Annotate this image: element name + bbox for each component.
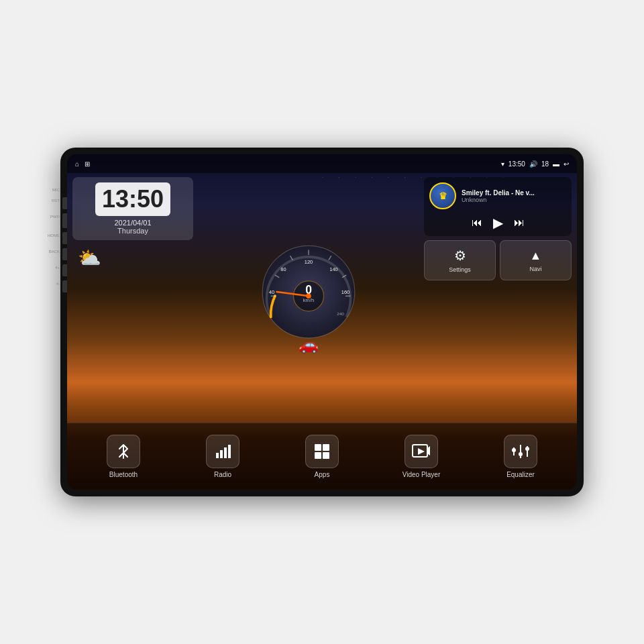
apps-nav-icon[interactable]: ⊞ — [85, 160, 90, 168]
clock-widget: 13:50 2021/04/01 Thursday — [72, 177, 193, 240]
weather-icon: ⛅ — [78, 247, 101, 269]
mic-label: MIC — [52, 188, 60, 192]
main-content: 13:50 2021/04/01 Thursday ⛅ — [67, 173, 577, 423]
next-button[interactable]: ⏭ — [514, 217, 525, 229]
video-icon — [405, 435, 438, 468]
bluetooth-item[interactable]: Bluetooth — [74, 435, 173, 478]
music-widget: Smiley ft. Delia - Ne v... Unknown ⏮ ▶ ⏭ — [424, 177, 572, 236]
music-artist: Unknown — [462, 197, 566, 203]
settings-button[interactable]: ⚙ Settings — [424, 240, 496, 280]
svg-point-30 — [512, 448, 516, 452]
bluetooth-label: Bluetooth — [109, 471, 138, 478]
quick-actions: ⚙ Settings ▲ Navi — [424, 240, 572, 280]
device-body: MIC RST PWR HOME BACK 4+ 4- ⌂ ⊞ ▾ — [60, 148, 584, 496]
wifi-icon: ▾ — [501, 160, 504, 168]
prev-button[interactable]: ⏮ — [472, 217, 482, 229]
music-title: Smiley ft. Delia - Ne v... — [462, 189, 566, 197]
back-nav-icon[interactable]: ↩ — [564, 160, 569, 168]
settings-icon: ⚙ — [454, 248, 466, 264]
svg-point-32 — [519, 452, 523, 456]
svg-text:140: 140 — [329, 266, 338, 272]
music-controls: ⏮ ▶ ⏭ — [429, 215, 566, 231]
status-bar-left: ⌂ ⊞ — [75, 160, 90, 168]
svg-text:120: 120 — [305, 259, 313, 265]
bottom-bar: Bluetooth Radio — [67, 423, 577, 490]
equalizer-item[interactable]: Equalizer — [471, 435, 570, 478]
apps-label: Apps — [315, 471, 330, 478]
svg-text:40: 40 — [269, 289, 274, 295]
clock-time: 13:50 — [95, 182, 170, 216]
play-button[interactable]: ▶ — [493, 215, 503, 231]
equalizer-label: Equalizer — [506, 471, 535, 478]
left-panel: 13:50 2021/04/01 Thursday ⛅ — [72, 177, 193, 419]
volume-icon: 🔊 — [529, 160, 537, 168]
svg-rect-22 — [228, 445, 231, 458]
equalizer-icon — [504, 435, 537, 468]
speedometer: 120 140 160 80 40 0 km/h — [258, 241, 359, 342]
navi-button[interactable]: ▲ Navi — [500, 240, 572, 280]
bluetooth-icon — [107, 435, 140, 468]
svg-marker-28 — [418, 448, 425, 455]
videoplayer-label: Video Player — [402, 471, 441, 478]
navi-icon: ▲ — [530, 249, 542, 263]
music-info: Smiley ft. Delia - Ne v... Unknown — [462, 189, 566, 203]
svg-rect-24 — [323, 444, 329, 451]
clock-day: Thursday — [78, 227, 188, 235]
radio-icon — [206, 435, 239, 468]
status-time: 13:50 — [508, 160, 525, 168]
svg-text:240: 240 — [337, 311, 344, 316]
svg-rect-26 — [323, 452, 329, 459]
settings-label: Settings — [449, 266, 471, 273]
svg-rect-20 — [220, 450, 223, 458]
svg-point-34 — [525, 447, 529, 451]
svg-rect-25 — [315, 452, 321, 459]
center-panel: 120 140 160 80 40 0 km/h — [199, 177, 419, 419]
battery-icon: ▬ — [553, 160, 559, 168]
album-art — [429, 182, 456, 209]
svg-text:80: 80 — [280, 266, 286, 272]
svg-point-17 — [306, 294, 311, 299]
status-bar: ⌂ ⊞ ▾ 13:50 🔊 18 ▬ ↩ — [67, 154, 577, 173]
weather-widget: ⛅ — [72, 244, 193, 272]
apps-item[interactable]: Apps — [272, 435, 372, 478]
navi-label: Navi — [529, 266, 541, 272]
svg-rect-19 — [216, 453, 219, 458]
volume-level: 18 — [541, 160, 549, 168]
clock-date: 2021/04/01 — [78, 219, 188, 227]
svg-rect-23 — [315, 444, 321, 451]
radio-item[interactable]: Radio — [173, 435, 272, 478]
speedometer-svg: 120 140 160 80 40 0 km/h — [258, 241, 359, 342]
radio-label: Radio — [214, 471, 231, 478]
right-panel: Smiley ft. Delia - Ne v... Unknown ⏮ ▶ ⏭… — [424, 177, 572, 419]
music-top: Smiley ft. Delia - Ne v... Unknown — [429, 182, 566, 209]
svg-rect-21 — [224, 447, 227, 458]
screen: ⌂ ⊞ ▾ 13:50 🔊 18 ▬ ↩ 13:50 2021/04/01 Th… — [67, 154, 577, 490]
apps-icon — [305, 435, 339, 468]
videoplayer-item[interactable]: Video Player — [372, 435, 471, 478]
svg-text:160: 160 — [341, 289, 350, 295]
home-nav-icon[interactable]: ⌂ — [75, 160, 79, 168]
status-bar-right: ▾ 13:50 🔊 18 ▬ ↩ — [501, 160, 569, 168]
